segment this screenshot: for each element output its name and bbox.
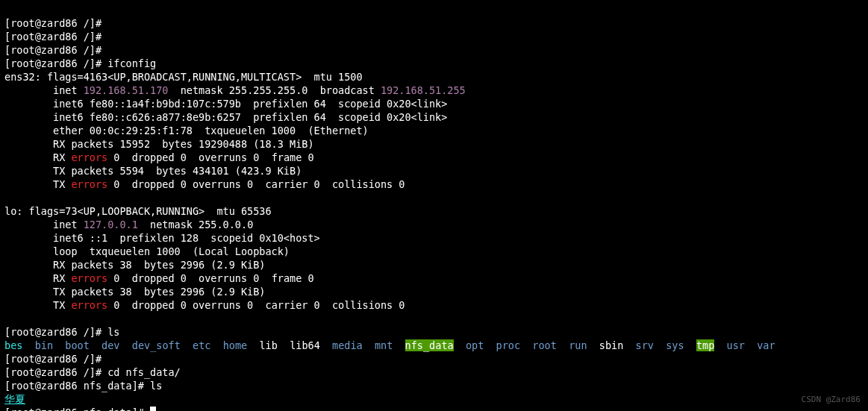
line: lo: flags=73<UP,LOOPBACK,RUNNING> mtu 65…	[4, 205, 272, 217]
line: [root@zard86 /]#	[4, 31, 102, 43]
line: TX packets 5594 bytes 434101 (423.9 KiB)	[4, 165, 302, 177]
line: ether 00:0c:29:25:f1:78 txqueuelen 1000 …	[4, 125, 369, 137]
line: [root@zard86 /]#	[4, 17, 102, 29]
line: [root@zard86 /]# ls	[4, 326, 119, 338]
line: inet6 fe80::1a4f:b9bd:107c:579b prefixle…	[4, 98, 447, 110]
line: inet6 fe80::c626:a877:8e9b:6257 prefixle…	[4, 111, 447, 123]
prompt-line[interactable]: [root@zard86 nfs_data]#	[4, 407, 156, 411]
line: RX errors 0 dropped 0 overruns 0 frame 0	[4, 151, 314, 163]
line: [root@zard86 /]#	[4, 353, 102, 365]
watermark: CSDN @Zard86	[802, 393, 861, 407]
line: TX errors 0 dropped 0 overruns 0 carrier…	[4, 178, 405, 190]
cursor-icon	[150, 407, 156, 411]
line: loop txqueuelen 1000 (Local Loopback)	[4, 245, 290, 257]
ls-output-2: 华夏	[4, 393, 25, 405]
ls-output: bes bin boot dev dev_soft etc home lib l…	[4, 339, 775, 351]
line: inet 127.0.0.1 netmask 255.0.0.0	[4, 219, 253, 230]
terminal[interactable]: [root@zard86 /]# [root@zard86 /]# [root@…	[0, 13, 868, 411]
line: RX packets 15952 bytes 19290488 (18.3 Mi…	[4, 138, 314, 150]
line: RX errors 0 dropped 0 overruns 0 frame 0	[4, 272, 314, 284]
line: [root@zard86 nfs_data]# ls	[4, 380, 162, 392]
line: inet 192.168.51.170 netmask 255.255.255.…	[4, 84, 466, 96]
line: [root@zard86 /]# cd nfs_data/	[4, 366, 181, 378]
line: inet6 ::1 prefixlen 128 scopeid 0x10<hos…	[4, 232, 320, 244]
line: RX packets 38 bytes 2996 (2.9 KiB)	[4, 259, 266, 271]
line: TX packets 38 bytes 2996 (2.9 KiB)	[4, 286, 266, 298]
line: [root@zard86 /]#	[4, 44, 102, 56]
line: TX errors 0 dropped 0 overruns 0 carrier…	[4, 299, 405, 311]
line: ens32: flags=4163<UP,BROADCAST,RUNNING,M…	[4, 71, 363, 83]
line: [root@zard86 /]# ifconfig	[4, 57, 156, 69]
